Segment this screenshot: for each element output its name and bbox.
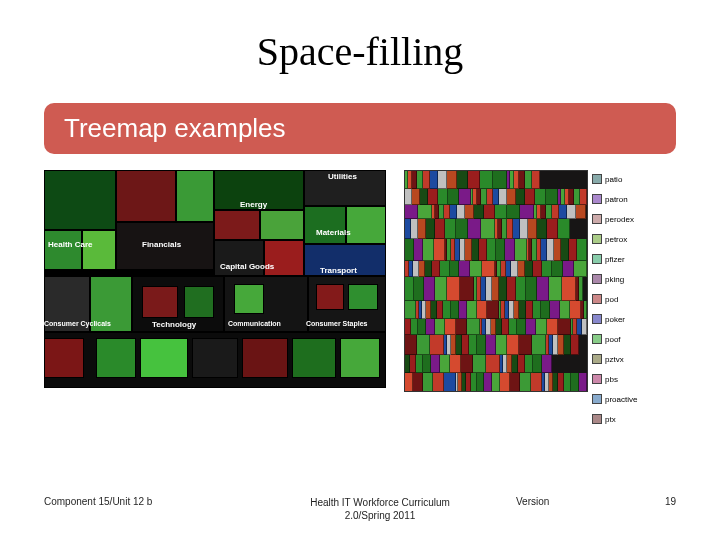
footer-center-line1: Health IT Workforce Curriculum xyxy=(244,496,516,509)
legend-label: patron xyxy=(605,195,628,204)
legend-item: poker xyxy=(592,314,637,324)
slide-footer: Component 15/Unit 12 b Health IT Workfor… xyxy=(0,496,720,522)
legend-swatch xyxy=(592,374,602,384)
sector-capgoods: Capital Goods xyxy=(220,262,274,271)
legend-item: pking xyxy=(592,274,637,284)
sector-transport: Transport xyxy=(320,266,357,275)
legend-swatch xyxy=(592,174,602,184)
legend-swatch xyxy=(592,414,602,424)
legend-swatch xyxy=(592,394,602,404)
sector-energy: Energy xyxy=(240,200,267,209)
legend-label: petrox xyxy=(605,235,627,244)
slide-title: Space-filling xyxy=(0,28,720,75)
figures-row: Health Care Financials Energy Utilities … xyxy=(44,170,676,424)
sector-healthcare: Health Care xyxy=(48,240,92,249)
legend-label: ptx xyxy=(605,415,616,424)
legend-item: proactive xyxy=(592,394,637,404)
sector-tech: Technology xyxy=(152,320,196,329)
legend-swatch xyxy=(592,214,602,224)
footer-center-line2: 2.0/Spring 2011 xyxy=(244,509,516,522)
treemap-ordered-legend: patiopatronperodexpetroxpfizerpkingpodpo… xyxy=(592,170,637,424)
legend-item: patron xyxy=(592,194,637,204)
legend-item: pfizer xyxy=(592,254,637,264)
legend-swatch xyxy=(592,294,602,304)
sector-financials: Financials xyxy=(142,240,181,249)
treemap-market: Health Care Financials Energy Utilities … xyxy=(44,170,386,388)
legend-item: ptx xyxy=(592,414,637,424)
treemap-ordered xyxy=(404,170,588,392)
legend-label: pztvx xyxy=(605,355,624,364)
footer-left: Component 15/Unit 12 b xyxy=(44,496,244,507)
legend-item: perodex xyxy=(592,214,637,224)
footer-version: Version xyxy=(516,496,636,507)
legend-label: perodex xyxy=(605,215,634,224)
legend-swatch xyxy=(592,194,602,204)
sector-utilities: Utilities xyxy=(328,172,357,181)
treemap-ordered-wrap: patiopatronperodexpetroxpfizerpkingpodpo… xyxy=(404,170,637,424)
legend-item: petrox xyxy=(592,234,637,244)
subtitle-text: Treemap examples xyxy=(64,113,286,143)
sector-cyclicals: Consumer Cyclicals xyxy=(44,320,111,327)
legend-item: poof xyxy=(592,334,637,344)
legend-label: proactive xyxy=(605,395,637,404)
legend-item: pztvx xyxy=(592,354,637,364)
legend-swatch xyxy=(592,314,602,324)
legend-label: pking xyxy=(605,275,624,284)
legend-swatch xyxy=(592,354,602,364)
sector-staples: Consumer Staples xyxy=(306,320,367,327)
sector-comm: Communication xyxy=(228,320,281,327)
legend-swatch xyxy=(592,334,602,344)
legend-label: poker xyxy=(605,315,625,324)
legend-label: pod xyxy=(605,295,618,304)
subtitle-pill: Treemap examples xyxy=(44,103,676,154)
legend-label: pbs xyxy=(605,375,618,384)
sector-materials: Materials xyxy=(316,228,351,237)
legend-swatch xyxy=(592,254,602,264)
legend-swatch xyxy=(592,274,602,284)
legend-label: patio xyxy=(605,175,622,184)
footer-page-number: 19 xyxy=(636,496,676,507)
legend-label: poof xyxy=(605,335,621,344)
legend-item: patio xyxy=(592,174,637,184)
legend-swatch xyxy=(592,234,602,244)
legend-item: pbs xyxy=(592,374,637,384)
legend-item: pod xyxy=(592,294,637,304)
legend-label: pfizer xyxy=(605,255,625,264)
footer-center: Health IT Workforce Curriculum 2.0/Sprin… xyxy=(244,496,516,522)
